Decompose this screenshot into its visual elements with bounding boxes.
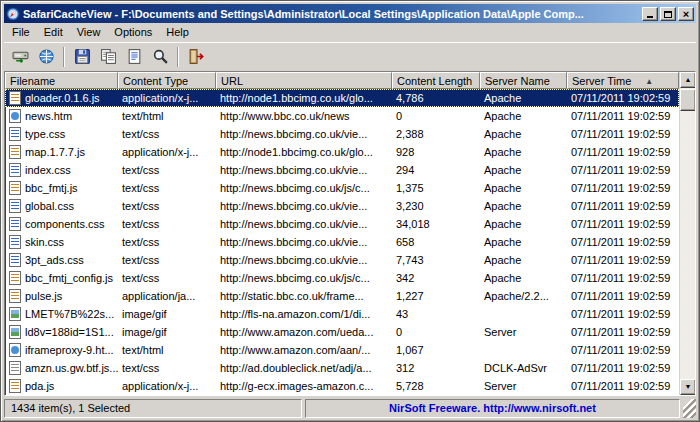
nirsoft-link[interactable]: NirSoft Freeware. http://www.nirsoft.net (305, 399, 680, 418)
table-row[interactable]: index.csstext/csshttp://news.bbcimg.co.u… (5, 161, 679, 179)
maximize-button[interactable] (660, 7, 676, 21)
cell-content_type: text/css (118, 251, 216, 269)
cell-server_time: 07/11/2011 19:02:59 (567, 215, 679, 233)
menu-help[interactable]: Help (159, 24, 196, 40)
cell-server_name: Apache (480, 143, 567, 161)
column-header-filename[interactable]: Filename (5, 72, 118, 89)
cell-content_length: 928 (392, 143, 480, 161)
menu-view[interactable]: View (70, 24, 108, 40)
column-header-server_name[interactable]: Server Name (480, 72, 567, 89)
cell-content_length: 1,067 (392, 341, 480, 359)
cell-content_type: image/gif (118, 305, 216, 323)
window-title: SafariCacheView - F:\Documents and Setti… (23, 8, 638, 20)
copy-selected-items-button[interactable] (96, 45, 120, 69)
table-row[interactable]: LMET%7B%22s...image/gifhttp://fls-na.ama… (5, 305, 679, 323)
maximize-icon (664, 11, 672, 18)
status-bar: 1434 item(s), 1 Selected NirSoft Freewar… (4, 396, 696, 418)
cell-url: http://www.bbc.co.uk/news (216, 107, 392, 125)
menu-options[interactable]: Options (107, 24, 159, 40)
table-row[interactable]: ld8v=188id=1S1...image/gifhttp://www.ama… (5, 323, 679, 341)
filename-text: LMET%7B%22s... (25, 305, 114, 323)
table-row[interactable]: news.htmtext/htmlhttp://www.bbc.co.uk/ne… (5, 107, 679, 125)
cell-content_type: application/x-j... (118, 377, 216, 395)
cell-server_name: DCLK-AdSvr (480, 359, 567, 377)
column-header-url[interactable]: URL (216, 72, 392, 89)
copy-cache-files-button[interactable] (8, 45, 32, 69)
cell-content_type: text/html (118, 341, 216, 359)
vertical-scrollbar[interactable]: ▲ ▼ (679, 72, 695, 395)
js-file-icon (9, 289, 21, 303)
scroll-down-button[interactable]: ▼ (680, 379, 696, 395)
cell-url: http://news.bbcimg.co.uk/js/c... (216, 269, 392, 287)
css-file-icon (9, 235, 21, 249)
cell-server_name: Apache (480, 197, 567, 215)
table-row[interactable]: skin.csstext/csshttp://news.bbcimg.co.uk… (5, 233, 679, 251)
cell-content_length: 312 (392, 359, 480, 377)
find-icon (152, 48, 169, 65)
filename-text: 3pt_ads.css (25, 251, 84, 269)
menu-edit[interactable]: Edit (37, 24, 70, 40)
scroll-thumb[interactable] (680, 89, 696, 111)
cell-filename: components.css (5, 215, 118, 233)
table-row[interactable]: pda.jsapplication/x-j...http://g-ecx.ima… (5, 377, 679, 395)
html-file-icon (9, 343, 21, 357)
exit-icon (188, 48, 205, 65)
filename-text: iframeproxy-9.ht... (25, 341, 114, 359)
txt-file-icon (9, 361, 21, 375)
cell-content_type: text/css (118, 161, 216, 179)
exit-button[interactable] (184, 45, 208, 69)
column-header-content_length[interactable]: Content Length (392, 72, 480, 89)
toolbar-separator (63, 47, 65, 67)
save-icon (74, 48, 91, 65)
cell-url: http://news.bbcimg.co.uk/vie... (216, 125, 392, 143)
css-file-icon (9, 127, 21, 141)
table-row[interactable]: iframeproxy-9.ht...text/htmlhttp://www.a… (5, 341, 679, 359)
title-bar[interactable]: SafariCacheView - F:\Documents and Setti… (4, 4, 696, 23)
table-row[interactable]: bbc_fmtj.jstext/csshttp://news.bbcimg.co… (5, 179, 679, 197)
gif-file-icon (9, 325, 21, 339)
table-row[interactable]: type.csstext/csshttp://news.bbcimg.co.uk… (5, 125, 679, 143)
cell-filename: skin.css (5, 233, 118, 251)
minimize-button[interactable] (642, 7, 658, 21)
status-item-count: 1434 item(s), 1 Selected (4, 399, 302, 418)
list-rows: gloader.0.1.6.jsapplication/x-j...http:/… (5, 89, 679, 395)
table-row[interactable]: gloader.0.1.6.jsapplication/x-j...http:/… (5, 89, 679, 107)
table-row[interactable]: 3pt_ads.csstext/csshttp://news.bbcimg.co… (5, 251, 679, 269)
js-file-icon (9, 91, 21, 105)
resize-grip[interactable] (683, 399, 696, 418)
find-button[interactable] (148, 45, 172, 69)
sort-ascending-icon: ▲ (645, 77, 653, 86)
drive-icon (12, 48, 29, 65)
cell-content_type: application/x-j... (118, 143, 216, 161)
cell-server_time: 07/11/2011 19:02:59 (567, 89, 679, 107)
cell-content_type: text/css (118, 233, 216, 251)
column-header-server_time[interactable]: Server Time▲ (567, 72, 679, 89)
cell-url: http://news.bbcimg.co.uk/vie... (216, 251, 392, 269)
table-row[interactable]: pulse.jsapplication/ja...http://static.b… (5, 287, 679, 305)
scroll-up-button[interactable]: ▲ (680, 72, 696, 88)
save-selected-items-button[interactable] (70, 45, 94, 69)
cell-server_time: 07/11/2011 19:02:59 (567, 107, 679, 125)
cell-url: http://node1.bbcimg.co.uk/glo... (216, 89, 392, 107)
table-row[interactable]: map.1.7.7.jsapplication/x-j...http://nod… (5, 143, 679, 161)
menu-file[interactable]: File (5, 24, 37, 40)
column-header-content_type[interactable]: Content Type (118, 72, 216, 89)
cell-url: http://fls-na.amazon.com/1/di... (216, 305, 392, 323)
table-row[interactable]: amzn.us.gw.btf.js...text/csshttp://ad.do… (5, 359, 679, 377)
filename-text: gloader.0.1.6.js (25, 89, 100, 107)
cell-server_time: 07/11/2011 19:02:59 (567, 125, 679, 143)
table-row[interactable]: global.csstext/csshttp://news.bbcimg.co.… (5, 197, 679, 215)
menu-bar: FileEditViewOptionsHelp (4, 23, 696, 42)
open-in-browser-button[interactable] (34, 45, 58, 69)
properties-button[interactable] (122, 45, 146, 69)
cell-server_time: 07/11/2011 19:02:59 (567, 341, 679, 359)
table-row[interactable]: bbc_fmtj_config.jstext/csshttp://news.bb… (5, 269, 679, 287)
cell-filename: bbc_fmtj.js (5, 179, 118, 197)
table-row[interactable]: components.csstext/csshttp://news.bbcimg… (5, 215, 679, 233)
close-button[interactable]: × (678, 7, 694, 21)
list-header: FilenameContent TypeURLContent LengthSer… (5, 72, 679, 89)
cell-url: http://news.bbcimg.co.uk/vie... (216, 197, 392, 215)
cell-filename: bbc_fmtj_config.js (5, 269, 118, 287)
cell-url: http://news.bbcimg.co.uk/vie... (216, 233, 392, 251)
cell-content_length: 658 (392, 233, 480, 251)
